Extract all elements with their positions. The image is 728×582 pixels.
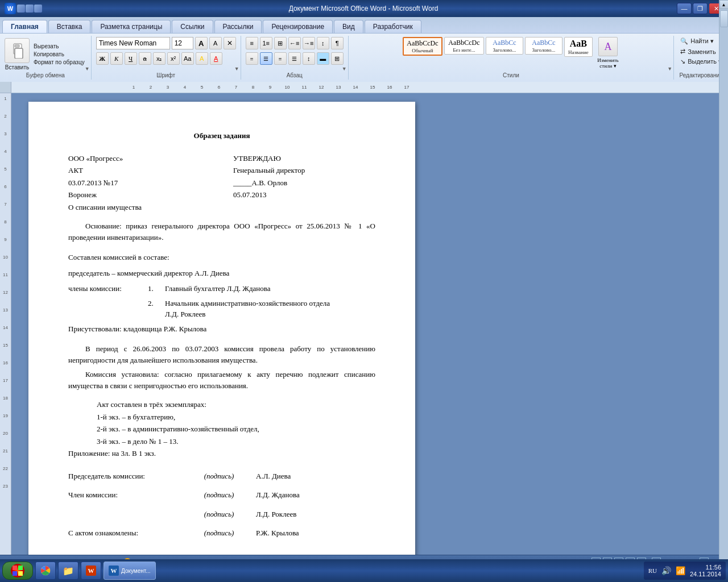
tab-developer[interactable]: Разработчик (365, 20, 421, 33)
align-center-button[interactable]: ☰ (260, 52, 272, 65)
clipboard-label: Буфер обмена (26, 71, 65, 78)
tab-view[interactable]: Вид (334, 20, 363, 33)
style-title-button[interactable]: AaB Название (564, 37, 593, 57)
style-no-spacing-button[interactable]: AaBbCcDc Без инте... (444, 37, 484, 55)
select-button[interactable]: ↘ Выделить ▾ (679, 57, 723, 66)
copy-button[interactable]: Копировать (32, 51, 86, 58)
vertical-scrollbar[interactable]: ▲ ▼ (719, 93, 728, 555)
horizontal-ruler: 1 2 3 4 5 6 7 8 9 10 11 12 13 14 15 16 1… (11, 82, 719, 93)
tab-layout[interactable]: Разметка страницы (92, 20, 171, 33)
taskbar-word-active[interactable]: W Документ... (104, 562, 156, 580)
members-row-2: 2. Начальник административно-хозяйственн… (68, 298, 375, 320)
member1-name: Главный бухгалтер Л.Д. Жданова (165, 283, 271, 294)
tab-insert[interactable]: Вставка (48, 20, 91, 33)
member1-num: 1. (148, 283, 165, 294)
tray-network-icon[interactable]: 📶 (676, 566, 685, 576)
members-label: члены комиссии: (68, 283, 148, 294)
signature-row-1: Председатель комиссии: (подпись) А.Л. Ди… (68, 471, 375, 482)
format-painter-button[interactable]: Формат по образцу (32, 59, 86, 66)
paragraph-dialog-launcher[interactable]: ▼ (342, 66, 347, 72)
font-color-button[interactable]: A (210, 52, 222, 65)
font-size-shrink-button[interactable]: A (209, 37, 222, 49)
taskbar: 📁 W W Документ... RU 🔊 📶 11:56 24.11.201… (0, 559, 728, 582)
style-heading2-label: Заголово... (532, 47, 556, 53)
clipboard-dialog-launcher[interactable]: ▼ (85, 66, 90, 72)
composed-by: Составлен комиссией в составе: (68, 252, 375, 263)
taskbar-explorer[interactable]: 📁 (58, 562, 78, 580)
clock[interactable]: 11:56 24.11.2014 (690, 564, 721, 577)
clock-time: 11:56 (705, 564, 721, 571)
highlight-button[interactable]: A (196, 52, 208, 65)
decrease-indent-button[interactable]: ←≡ (288, 37, 301, 49)
tab-home[interactable]: Главная (2, 20, 47, 33)
font-label: Шрифт (156, 71, 175, 78)
style-title-label: Название (568, 49, 589, 55)
restore-button[interactable]: ❐ (693, 3, 708, 14)
paste-label[interactable]: Вставить (5, 64, 29, 70)
search-icon: 🔍 (680, 38, 688, 45)
paste-button[interactable] (5, 38, 30, 63)
clipboard-group: Вставить Вырезать Копировать Формат по о… (0, 36, 92, 80)
basis-text: Основание: приказ генерального директора… (68, 221, 375, 243)
document-scroll-area[interactable]: Образец задания ООО «Прогресс» УТВЕРЖДАЮ… (11, 93, 728, 555)
sig4-label: С актом ознакомлены: (68, 527, 182, 539)
sort-button[interactable]: ↕ (317, 37, 329, 49)
subscript-button[interactable]: x₂ (153, 52, 166, 65)
font-name-input[interactable] (96, 37, 170, 49)
italic-button[interactable]: К (110, 52, 123, 65)
underline-button[interactable]: Ч (125, 52, 137, 65)
font-size-grow-button[interactable]: A (195, 37, 208, 49)
word-taskbar-label: Документ... (121, 568, 151, 574)
font-dialog-launcher[interactable]: ▼ (234, 66, 239, 72)
commission-text: Комиссия установила: согласно прилагаемо… (68, 369, 375, 391)
taskbar-tray: RU 🔊 📶 11:56 24.11.2014 (644, 562, 726, 580)
tab-references[interactable]: Ссылки (172, 20, 213, 33)
tab-mailings[interactable]: Рассылки (214, 20, 262, 33)
taskbar-chrome[interactable] (35, 562, 56, 580)
tab-review[interactable]: Рецензирование (263, 20, 333, 33)
show-marks-button[interactable]: ¶ (331, 37, 344, 49)
style-normal-label: Обычный (412, 48, 433, 53)
strikethrough-button[interactable]: а (139, 52, 151, 65)
font-size-input[interactable] (172, 37, 193, 49)
cut-button[interactable]: Вырезать (32, 43, 86, 50)
text-case-button[interactable]: Aa (181, 52, 194, 65)
tray-language[interactable]: RU (648, 567, 657, 574)
tray-volume-icon[interactable]: 🔊 (661, 566, 671, 576)
style-normal-button[interactable]: AaBbCcDc Обычный (403, 37, 442, 56)
style-heading1-preview: AaBbCc (493, 39, 516, 47)
act-subject: О списании имущества (68, 203, 142, 211)
numbering-button[interactable]: 1≡ (260, 37, 272, 49)
style-heading2-button[interactable]: AaBbCc Заголово... (525, 37, 562, 55)
replace-button[interactable]: ⇄ Заменить (679, 47, 717, 56)
svg-rect-4 (18, 566, 23, 570)
line-spacing-button[interactable]: ↕ (303, 52, 315, 65)
multilevel-list-button[interactable]: ⊞ (274, 37, 287, 49)
change-styles-label[interactable]: Изменить стили ▾ (597, 57, 619, 69)
sig1-label: Председатель комиссии: (68, 471, 182, 482)
copy1: 1-й экз. – в бухгалтерию, (97, 411, 375, 423)
styles-dialog-launcher[interactable]: ▼ (667, 66, 672, 72)
superscript-button[interactable]: x² (167, 52, 180, 65)
find-button[interactable]: 🔍 Найти ▾ (679, 37, 715, 45)
svg-rect-6 (18, 571, 23, 576)
change-styles-button[interactable]: A (598, 37, 618, 56)
paragraph-shading-button[interactable]: ▬ (317, 52, 329, 65)
align-right-button[interactable]: ≡ (274, 52, 287, 65)
scroll-track (719, 93, 729, 555)
clear-formatting-button[interactable]: ✕ (224, 37, 236, 49)
style-heading1-button[interactable]: AaBbCc Заголово... (486, 37, 523, 55)
taskbar-office[interactable]: W (81, 562, 101, 580)
minimize-button[interactable]: — (677, 3, 692, 14)
borders-button[interactable]: ⊞ (331, 52, 344, 65)
bullets-button[interactable]: ≡ (246, 37, 258, 49)
styles-group: AaBbCcDc Обычный AaBbCcDc Без инте... Aa… (349, 36, 675, 80)
increase-indent-button[interactable]: →≡ (303, 37, 315, 49)
select-icon: ↘ (680, 58, 685, 65)
member2-num: 2. (148, 298, 165, 320)
approve-title: УТВЕРЖДАЮ (233, 153, 375, 164)
align-left-button[interactable]: ≡ (246, 52, 258, 65)
align-justify-button[interactable]: ☰ (288, 52, 301, 65)
bold-button[interactable]: Ж (96, 52, 109, 65)
start-button[interactable] (2, 562, 33, 580)
